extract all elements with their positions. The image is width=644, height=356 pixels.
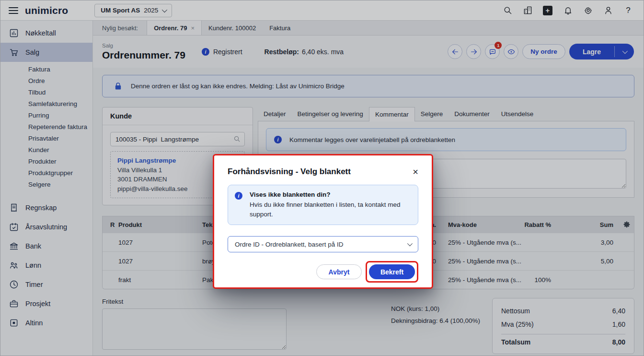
close-icon[interactable]: × — [413, 167, 418, 177]
velg-blankett-modal: Forhåndsvisning - Velg blankett × i Vise… — [213, 154, 433, 289]
modal-title: Forhåndsvisning - Velg blankett — [228, 167, 351, 177]
confirm-button[interactable]: Bekreft — [369, 264, 415, 279]
blankett-select-value: Ordre ID - Ordreblankett, basert på ID — [235, 241, 344, 248]
confirm-button-highlight: Bekreft — [366, 261, 418, 283]
blankett-select[interactable]: Ordre ID - Ordreblankett, basert på ID — [228, 236, 418, 252]
modal-info-box: i Vises ikke blanketten din? Hvis du ikk… — [228, 185, 418, 225]
app-frame: unimicro UM Sport AS 2025 + ? Nøkkeltall… — [0, 0, 644, 356]
modal-info-body: Hvis du ikke finner blanketten i listen,… — [250, 200, 408, 219]
info-icon: i — [235, 192, 242, 200]
modal-info-title: Vises ikke blanketten din? — [250, 191, 408, 198]
cancel-button[interactable]: Avbryt — [316, 264, 362, 279]
chevron-down-icon — [407, 241, 413, 246]
